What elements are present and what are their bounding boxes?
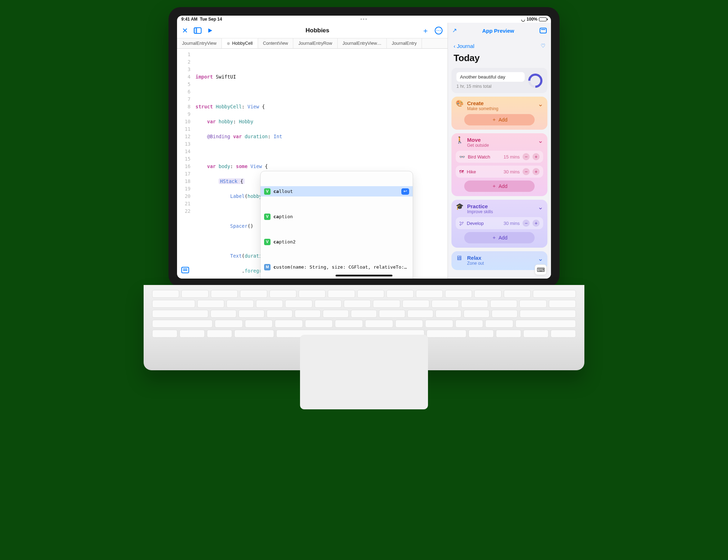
progress-ring-icon	[525, 70, 546, 91]
line-gutter: 12345678910111213141516171819202122	[177, 49, 194, 279]
sidebar-toggle-icon[interactable]	[194, 27, 202, 34]
decrement-button[interactable]: −	[523, 220, 530, 227]
tab-bar: JournalEntryView ⊗HobbyCell ContentView …	[177, 38, 448, 49]
tab-journalentryrow[interactable]: JournalEntryRow	[293, 38, 337, 48]
section-create: 🎨 Create Make something ⌄ ＋ Add	[451, 97, 547, 130]
svg-rect-1	[194, 28, 197, 33]
increment-button[interactable]: +	[532, 220, 540, 227]
palette-icon: 🎨	[456, 100, 464, 107]
battery-icon	[539, 17, 547, 21]
close-icon[interactable]: ✕	[182, 27, 188, 34]
swift-icon: 🕊	[459, 221, 464, 226]
wifi-icon: ◡	[521, 17, 525, 22]
chevron-down-icon[interactable]: ⌄	[538, 203, 543, 211]
more-icon[interactable]: ⋯	[435, 27, 443, 34]
tab-journalentryview-2[interactable]: JournalEntryView…	[338, 38, 387, 48]
section-practice: 🎓 Practice Improve skills ⌄ 🕊 Develop 30…	[451, 200, 547, 248]
walk-icon: 🚶	[456, 137, 464, 143]
method-glyph-icon: M	[264, 264, 271, 270]
expand-icon[interactable]: ↗	[452, 28, 457, 33]
document-title: Hobbies	[219, 27, 416, 34]
chevron-down-icon[interactable]: ⌄	[538, 137, 543, 145]
binoculars-icon: 👓	[459, 154, 465, 160]
autocomplete-item[interactable]: V caption2	[261, 237, 413, 247]
code-content[interactable]: import SwiftUI struct HobbyCell: View { …	[194, 49, 369, 279]
preview-body: ‹ Journal ♡ Today Another beautiful day …	[448, 38, 551, 279]
autocomplete-popover[interactable]: V callout ↩ V caption V caption2	[260, 171, 413, 279]
increment-button[interactable]: +	[532, 153, 540, 160]
chevron-down-icon[interactable]: ⌄	[538, 255, 543, 263]
window-icon[interactable]	[540, 28, 547, 33]
chevron-down-icon[interactable]: ⌄	[538, 100, 543, 108]
grad-cap-icon: 🎓	[456, 203, 464, 210]
battery-percent: 100%	[526, 17, 537, 22]
preview-toolbar: ↗ App Preview	[448, 23, 551, 38]
journal-heading: Today	[451, 53, 547, 64]
list-item[interactable]: 🗺 Hike 30 mins − +	[456, 166, 543, 178]
add-button[interactable]: ＋ Add	[464, 181, 535, 192]
decrement-button[interactable]: −	[523, 153, 530, 160]
home-indicator[interactable]	[336, 275, 392, 276]
total-time: 1 hr, 15 mins total	[456, 84, 525, 89]
ipad-screen: 9:41 AM Tue Sep 14 ••• ◡ 100% ✕	[177, 16, 551, 279]
tab-contentview[interactable]: ContentView	[258, 38, 294, 48]
section-move: 🚶 Move Get outside ⌄ 👓 Bird Watch 15 min…	[451, 133, 547, 196]
preview-title: App Preview	[460, 28, 536, 34]
keyboard-icon[interactable]: ⌨	[535, 264, 547, 275]
section-relax: 🖥 Relax Zone out ⌄	[451, 251, 547, 270]
tab-journalentry[interactable]: JournalEntry	[387, 38, 422, 48]
variable-glyph-icon: V	[264, 239, 271, 245]
add-button[interactable]: ＋ Add	[464, 114, 535, 125]
autocomplete-item[interactable]: V callout ↩	[261, 186, 413, 196]
variable-glyph-icon: V	[264, 214, 271, 220]
list-item[interactable]: 🕊 Develop 30 mins − +	[456, 217, 543, 229]
preview-pane: ↗ App Preview ‹ Journal ♡ Today Another …	[448, 23, 551, 279]
run-icon[interactable]	[207, 28, 213, 33]
list-item[interactable]: 👓 Bird Watch 15 mins − +	[456, 151, 543, 163]
tab-hobbycell[interactable]: ⊗HobbyCell	[222, 38, 258, 48]
ipad-frame: 9:41 AM Tue Sep 14 ••• ◡ 100% ✕	[168, 7, 560, 287]
status-bar: 9:41 AM Tue Sep 14 ••• ◡ 100%	[177, 16, 551, 23]
display-icon: 🖥	[456, 255, 464, 261]
autocomplete-item[interactable]: M custom(name: String, size: CGFloat, re…	[261, 262, 413, 272]
summary-card: Another beautiful day 1 hr, 15 mins tota…	[451, 68, 547, 93]
entry-field[interactable]: Another beautiful day	[456, 72, 525, 82]
editor-toolbar: ✕ Hobbies ＋ ⋯	[177, 23, 448, 38]
add-icon[interactable]: ＋	[422, 27, 429, 34]
return-key-icon[interactable]: ↩	[401, 188, 409, 195]
add-button[interactable]: ＋ Add	[464, 232, 535, 243]
back-button[interactable]: ‹ Journal	[454, 43, 474, 49]
multitask-dots-icon[interactable]: •••	[360, 16, 368, 22]
decrement-button[interactable]: −	[523, 168, 530, 175]
increment-button[interactable]: +	[532, 168, 540, 175]
library-icon[interactable]	[181, 267, 189, 275]
tab-close-icon[interactable]: ⊗	[227, 41, 230, 46]
favorite-icon[interactable]: ♡	[541, 43, 545, 49]
code-editor[interactable]: 12345678910111213141516171819202122 impo…	[177, 49, 448, 279]
autocomplete-item[interactable]: V caption	[261, 211, 413, 222]
editor-pane: ✕ Hobbies ＋ ⋯ JournalEntryView ⊗HobbyCel…	[177, 23, 448, 279]
status-time-date: 9:41 AM Tue Sep 14	[181, 17, 222, 22]
preview-nav: ‹ Journal ♡	[451, 41, 547, 49]
variable-glyph-icon: V	[264, 188, 271, 195]
tab-journalentryview[interactable]: JournalEntryView	[177, 38, 222, 48]
map-icon: 🗺	[459, 169, 464, 174]
magic-keyboard	[144, 285, 584, 370]
